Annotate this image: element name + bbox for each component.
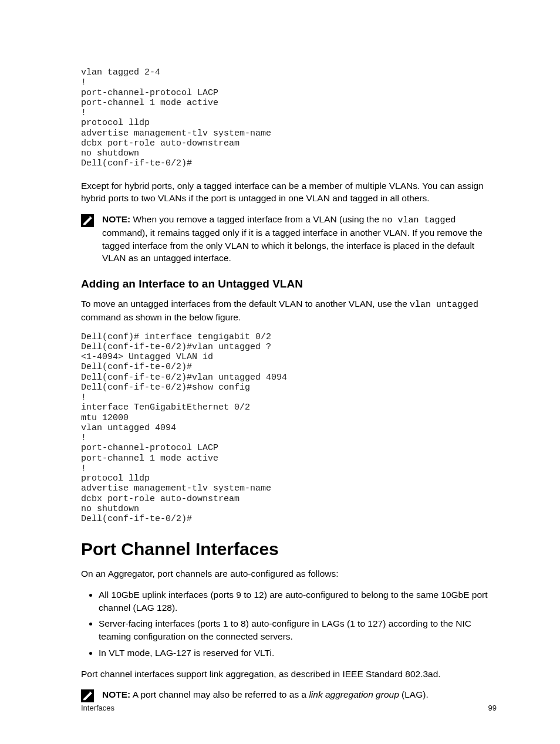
note-block-1: NOTE: When you remove a tagged interface… — [81, 213, 497, 265]
subheading-untagged-vlan: Adding an Interface to an Untagged VLAN — [81, 278, 497, 290]
note-segment: command), it remains tagged only if it i… — [102, 228, 483, 263]
note-segment: When you remove a tagged interface from … — [130, 214, 382, 224]
list-item: Server-facing interfaces (ports 1 to 8) … — [99, 617, 497, 642]
note-emphasis: link aggregation group — [309, 689, 399, 699]
note-icon — [81, 689, 94, 702]
note-label: NOTE: — [102, 689, 130, 699]
note-segment: A port channel may also be referred to a… — [130, 689, 309, 699]
footer-page-number: 99 — [488, 704, 497, 712]
text-segment: command as shown in the below figure. — [81, 312, 241, 322]
paragraph-untagged-vlan: To move an untagged interfaces from the … — [81, 297, 497, 324]
paragraph-hybrid-ports: Except for hybrid ports, only a tagged i… — [81, 180, 497, 205]
code-block-top: vlan tagged 2-4 ! port-channel-protocol … — [81, 67, 497, 169]
text-segment: To move an untagged interfaces from the … — [81, 299, 410, 309]
heading-port-channel: Port Channel Interfaces — [81, 539, 497, 559]
note-mono: no vlan tagged — [382, 215, 456, 225]
footer-section-name: Interfaces — [81, 704, 114, 712]
list-item: All 10GbE uplink interfaces (ports 9 to … — [99, 589, 497, 614]
note-segment: (LAG). — [399, 689, 429, 699]
note-label: NOTE: — [102, 214, 130, 224]
page-footer: Interfaces 99 — [81, 704, 497, 712]
paragraph-aggregator: On an Aggregator, port channels are auto… — [81, 567, 497, 580]
note-icon — [81, 214, 94, 227]
list-item: In VLT mode, LAG-127 is reserved for VLT… — [99, 647, 497, 660]
paragraph-link-aggregation: Port channel interfaces support link agg… — [81, 668, 497, 681]
note-block-2: NOTE: A port channel may also be referre… — [81, 688, 497, 702]
note-text-2: NOTE: A port channel may also be referre… — [102, 688, 429, 701]
bullet-list: All 10GbE uplink interfaces (ports 9 to … — [81, 589, 497, 659]
note-text-1: NOTE: When you remove a tagged interface… — [102, 213, 497, 265]
inline-code: vlan untagged — [410, 300, 478, 310]
code-block-untagged: Dell(conf)# interface tengigabit 0/2 Del… — [81, 332, 497, 525]
